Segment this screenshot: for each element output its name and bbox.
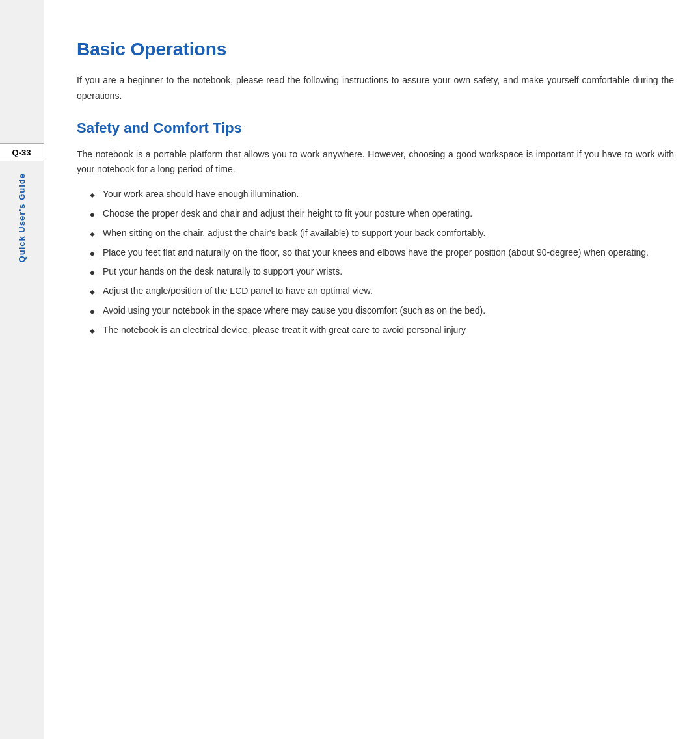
list-item: The notebook is an electrical device, pl… [90, 323, 674, 338]
left-sidebar: Q-33 Quick User's Guide [0, 0, 44, 739]
page-number-box: Q-33 [0, 143, 44, 161]
page-number: Q-33 [12, 148, 31, 157]
list-item: Put your hands on the desk naturally to … [90, 264, 674, 280]
list-item: Your work area should have enough illumi… [90, 187, 674, 202]
page-title: Basic Operations [77, 39, 674, 60]
list-item: Avoid using your notebook in the space w… [90, 303, 674, 319]
main-content: Basic Operations If you are a beginner t… [44, 0, 700, 739]
vertical-label-container: Quick User's Guide [17, 168, 27, 267]
bullet-list: Your work area should have enough illumi… [77, 187, 674, 338]
list-item: When sitting on the chair, adjust the ch… [90, 226, 674, 241]
list-item: Place you feet flat and naturally on the… [90, 245, 674, 261]
list-item: Choose the proper desk and chair and adj… [90, 206, 674, 222]
sidebar-vertical-label: Quick User's Guide [17, 168, 27, 267]
intro-paragraph: If you are a beginner to the notebook, p… [77, 73, 674, 104]
section-title: Safety and Comfort Tips [77, 120, 674, 137]
list-item: Adjust the angle/position of the LCD pan… [90, 284, 674, 299]
section-intro: The notebook is a portable platform that… [77, 147, 674, 178]
